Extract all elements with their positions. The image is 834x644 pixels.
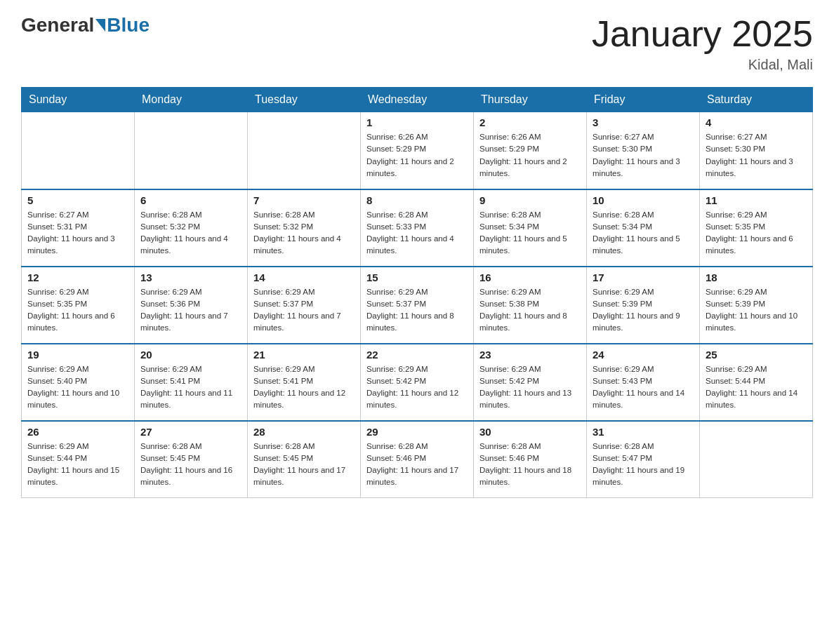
calendar-cell: 4Sunrise: 6:27 AMSunset: 5:30 PMDaylight… [700,112,813,189]
calendar-cell [135,112,248,189]
logo-arrow-icon [95,19,105,32]
calendar-table: SundayMondayTuesdayWednesdayThursdayFrid… [21,87,813,498]
day-info: Sunrise: 6:29 AMSunset: 5:35 PMDaylight:… [706,209,807,257]
calendar-cell: 21Sunrise: 6:29 AMSunset: 5:41 PMDayligh… [248,344,361,421]
calendar-week-row: 12Sunrise: 6:29 AMSunset: 5:35 PMDayligh… [22,267,813,344]
calendar-week-row: 19Sunrise: 6:29 AMSunset: 5:40 PMDayligh… [22,344,813,421]
day-number: 14 [253,271,355,283]
day-number: 27 [140,426,241,438]
day-info: Sunrise: 6:28 AMSunset: 5:45 PMDaylight:… [253,441,355,489]
calendar-header-row: SundayMondayTuesdayWednesdayThursdayFrid… [22,88,813,112]
calendar-cell: 29Sunrise: 6:28 AMSunset: 5:46 PMDayligh… [361,421,474,498]
day-info: Sunrise: 6:29 AMSunset: 5:41 PMDaylight:… [140,363,241,412]
logo-blue-text: Blue [107,14,150,36]
page-header: General Blue January 2025 Kidal, Mali [21,14,813,73]
day-number: 24 [593,349,694,361]
day-info: Sunrise: 6:28 AMSunset: 5:34 PMDaylight:… [593,209,694,257]
day-info: Sunrise: 6:29 AMSunset: 5:39 PMDaylight:… [593,286,694,335]
day-info: Sunrise: 6:28 AMSunset: 5:46 PMDaylight:… [366,441,468,489]
day-info: Sunrise: 6:29 AMSunset: 5:41 PMDaylight:… [253,363,355,412]
calendar-cell: 23Sunrise: 6:29 AMSunset: 5:42 PMDayligh… [474,344,587,421]
day-number: 25 [706,349,807,361]
calendar-subtitle: Kidal, Mali [592,57,813,73]
calendar-cell: 1Sunrise: 6:26 AMSunset: 5:29 PMDaylight… [361,112,474,189]
day-info: Sunrise: 6:27 AMSunset: 5:30 PMDaylight:… [593,131,694,180]
day-info: Sunrise: 6:26 AMSunset: 5:29 PMDaylight:… [479,131,581,180]
header-friday: Friday [587,88,700,112]
calendar-cell: 20Sunrise: 6:29 AMSunset: 5:41 PMDayligh… [135,344,248,421]
day-info: Sunrise: 6:28 AMSunset: 5:46 PMDaylight:… [479,441,581,489]
day-info: Sunrise: 6:28 AMSunset: 5:32 PMDaylight:… [140,209,241,257]
day-number: 11 [706,194,807,206]
header-sunday: Sunday [22,88,135,112]
day-info: Sunrise: 6:27 AMSunset: 5:30 PMDaylight:… [706,131,807,180]
calendar-cell: 11Sunrise: 6:29 AMSunset: 5:35 PMDayligh… [700,189,813,267]
calendar-cell [22,112,135,189]
calendar-cell: 24Sunrise: 6:29 AMSunset: 5:43 PMDayligh… [587,344,700,421]
day-number: 12 [27,271,128,283]
title-section: January 2025 Kidal, Mali [592,14,813,73]
day-info: Sunrise: 6:28 AMSunset: 5:34 PMDaylight:… [479,209,581,257]
day-number: 17 [593,271,694,283]
day-number: 29 [366,426,468,438]
calendar-cell: 25Sunrise: 6:29 AMSunset: 5:44 PMDayligh… [700,344,813,421]
day-number: 1 [366,116,468,128]
day-info: Sunrise: 6:29 AMSunset: 5:37 PMDaylight:… [366,286,468,335]
calendar-cell: 10Sunrise: 6:28 AMSunset: 5:34 PMDayligh… [587,189,700,267]
day-number: 23 [479,349,581,361]
calendar-cell: 3Sunrise: 6:27 AMSunset: 5:30 PMDaylight… [587,112,700,189]
day-info: Sunrise: 6:29 AMSunset: 5:37 PMDaylight:… [253,286,355,335]
day-info: Sunrise: 6:28 AMSunset: 5:45 PMDaylight:… [140,441,241,489]
header-monday: Monday [135,88,248,112]
calendar-cell: 5Sunrise: 6:27 AMSunset: 5:31 PMDaylight… [22,189,135,267]
day-number: 20 [140,349,241,361]
calendar-cell: 26Sunrise: 6:29 AMSunset: 5:44 PMDayligh… [22,421,135,498]
day-number: 9 [479,194,581,206]
calendar-cell: 9Sunrise: 6:28 AMSunset: 5:34 PMDaylight… [474,189,587,267]
day-number: 8 [366,194,468,206]
day-number: 2 [479,116,581,128]
day-number: 10 [593,194,694,206]
day-number: 13 [140,271,241,283]
calendar-cell: 2Sunrise: 6:26 AMSunset: 5:29 PMDaylight… [474,112,587,189]
day-info: Sunrise: 6:29 AMSunset: 5:36 PMDaylight:… [140,286,241,335]
day-number: 28 [253,426,355,438]
header-thursday: Thursday [474,88,587,112]
calendar-week-row: 5Sunrise: 6:27 AMSunset: 5:31 PMDaylight… [22,189,813,267]
calendar-cell: 30Sunrise: 6:28 AMSunset: 5:46 PMDayligh… [474,421,587,498]
logo-general-text: General [21,14,94,36]
logo: General Blue [21,14,150,36]
day-number: 26 [27,426,128,438]
calendar-cell: 12Sunrise: 6:29 AMSunset: 5:35 PMDayligh… [22,267,135,344]
day-number: 21 [253,349,355,361]
day-info: Sunrise: 6:26 AMSunset: 5:29 PMDaylight:… [366,131,468,180]
day-number: 30 [479,426,581,438]
calendar-title: January 2025 [592,14,813,54]
day-info: Sunrise: 6:28 AMSunset: 5:33 PMDaylight:… [366,209,468,257]
calendar-cell: 14Sunrise: 6:29 AMSunset: 5:37 PMDayligh… [248,267,361,344]
calendar-week-row: 26Sunrise: 6:29 AMSunset: 5:44 PMDayligh… [22,421,813,498]
calendar-week-row: 1Sunrise: 6:26 AMSunset: 5:29 PMDaylight… [22,112,813,189]
day-number: 18 [706,271,807,283]
day-info: Sunrise: 6:28 AMSunset: 5:32 PMDaylight:… [253,209,355,257]
day-number: 31 [593,426,694,438]
day-info: Sunrise: 6:29 AMSunset: 5:40 PMDaylight:… [27,363,128,412]
day-info: Sunrise: 6:29 AMSunset: 5:38 PMDaylight:… [479,286,581,335]
day-number: 19 [27,349,128,361]
calendar-cell: 31Sunrise: 6:28 AMSunset: 5:47 PMDayligh… [587,421,700,498]
calendar-cell: 15Sunrise: 6:29 AMSunset: 5:37 PMDayligh… [361,267,474,344]
calendar-cell: 19Sunrise: 6:29 AMSunset: 5:40 PMDayligh… [22,344,135,421]
day-info: Sunrise: 6:28 AMSunset: 5:47 PMDaylight:… [593,441,694,489]
header-tuesday: Tuesday [248,88,361,112]
day-number: 4 [706,116,807,128]
header-wednesday: Wednesday [361,88,474,112]
calendar-cell: 8Sunrise: 6:28 AMSunset: 5:33 PMDaylight… [361,189,474,267]
day-number: 22 [366,349,468,361]
calendar-cell: 27Sunrise: 6:28 AMSunset: 5:45 PMDayligh… [135,421,248,498]
day-number: 16 [479,271,581,283]
calendar-cell: 22Sunrise: 6:29 AMSunset: 5:42 PMDayligh… [361,344,474,421]
calendar-cell [700,421,813,498]
day-number: 7 [253,194,355,206]
calendar-cell: 6Sunrise: 6:28 AMSunset: 5:32 PMDaylight… [135,189,248,267]
calendar-cell: 17Sunrise: 6:29 AMSunset: 5:39 PMDayligh… [587,267,700,344]
